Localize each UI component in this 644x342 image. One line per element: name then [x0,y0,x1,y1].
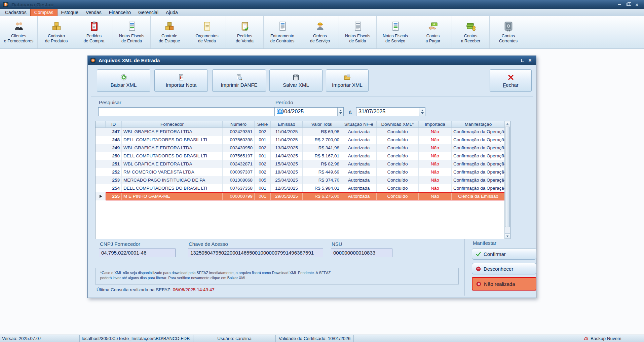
spinner-icon[interactable] [419,108,425,116]
column-header-numero[interactable]: Número [223,121,255,127]
backup-nuvem-button[interactable]: Backup Nuvem [580,335,644,342]
status-bar: Versão: 2025.07.07localhost/3050:C:\Test… [0,335,644,342]
grid-cell-numero: 002430950 [223,144,255,152]
manifest-confirmar-button[interactable]: Confirmar [472,248,536,260]
grid-cell-importada: Não [419,144,452,152]
toolbar-notas-fiscais-de-servico[interactable]: Notas Fiscaisde Serviço [377,16,414,48]
toolbar-label: Pedidos [86,34,102,39]
toolbar-notas-fiscais-de-saida[interactable]: Notas Fiscaisde Saída [339,16,377,48]
grid-cell-valor: R$ 82,98 [303,160,341,168]
minimize-icon[interactable] [615,1,624,7]
column-header-situacao-nf-e[interactable]: Situação NF-e [341,121,377,127]
fechar-button[interactable]: Fechar [490,69,532,92]
period-from-field[interactable]: 09/04/2025 [274,107,344,116]
toolbar-ordens-de-servico[interactable]: Ordensde Serviço [301,16,339,48]
scroll-up-icon[interactable] [505,121,510,126]
menu-item-financeiro[interactable]: Financeiro [105,9,135,16]
toolbar-notas-fiscais-de-entrada[interactable]: Notas Fiscaisde Entrada [113,16,151,48]
print-icon [235,74,243,81]
toolbar-cadastro-de-produtos[interactable]: Cadastrode Produtos [38,16,75,48]
column-header-id[interactable]: ID [106,121,122,127]
chave-label: Chave de Acesso [189,241,228,247]
menu-item-vendas[interactable]: Vendas [82,9,105,16]
grid-cell-numero: 007637358 [223,184,255,192]
column-header-manifestacao[interactable]: Manifestação [452,121,505,127]
vertical-scrollbar[interactable] [504,121,510,239]
column-header-valor-total[interactable]: Valor Total [303,121,341,127]
toolbar-controle-de-estoque[interactable]: Controlede Estoque [151,16,188,48]
scrollbar-thumb[interactable] [505,127,510,227]
grid-cell-fornecedor: WBL GRAFICA E EDITORA LTDA [122,144,223,152]
grid-cell-valor: R$ 5.984,01 [303,184,341,192]
table-row[interactable]: 251WBL GRAFICA E EDITORA LTDA00243287100… [96,160,505,168]
table-row[interactable]: 249WBL GRAFICA E EDITORA LTDA00243095000… [96,144,505,152]
column-header-importada[interactable]: Importada [419,121,452,127]
button-label: Confirmar [484,251,506,257]
safe-icon [503,21,514,32]
backup-label: Backup Nuvem [591,336,621,341]
window-title: Datacaixa Gestão [11,2,53,7]
toolbar-pedidos-de-compra[interactable]: Pedidosde Compra [75,16,113,48]
column-header-fornecedor[interactable]: Fornecedor [122,121,223,127]
grid-cell-emissao: 11/04/2025 [271,136,303,144]
grid-cell-serie: 001 [255,192,271,200]
table-row[interactable]: 250DELL COMPUTADORES DO BRASIL LTI007565… [96,152,505,160]
grid-cell-emissao: 25/04/2025 [271,176,303,184]
table-row[interactable]: 247WBL GRAFICA E EDITORA LTDA00242935100… [96,128,505,136]
cubes-o-icon [164,21,175,32]
table-row[interactable]: 255M E PINHO GAMA-ME00000079900129/05/20… [96,192,505,200]
cnpj-label: CNPJ Fornecedor [100,241,140,247]
toolbar-label: Cadastro [48,34,65,39]
menu-item-cadastros[interactable]: Cadastros [1,9,30,16]
grid-cell-valor: R$ 374,70 [303,176,341,184]
grid-cell-manifestacao: Confirmação da Operação [452,184,505,192]
toolbar-clientes-e-fornecedores[interactable]: Clientese Fornecedores [0,16,38,48]
action-importar-xml-button[interactable]: Importar XML [326,69,369,92]
column-header-emissao[interactable]: Emissão [271,121,303,127]
grid-cell-situacao: Autorizada [341,184,377,192]
action-imprimir-danfe-button[interactable]: Imprimir DANFE [212,69,266,92]
action-baixar-xml-button[interactable]: Baixar XML [97,69,150,92]
dialog-close-icon[interactable]: × [526,58,534,64]
toolbar-orcamentos-de-venda[interactable]: Orçamentosde Venda [188,16,226,48]
column-header-serie[interactable]: Série [255,121,271,127]
action-salvar-xml-button[interactable]: Salvar XML [269,69,323,92]
restore-icon[interactable] [624,1,633,7]
menu-bar: CadastrosComprasEstoqueVendasFinanceiroG… [0,9,644,16]
period-conjunction: à [349,109,351,115]
toolbar-contas-correntes[interactable]: ContasCorrentes [490,16,527,48]
period-to-field[interactable]: 31/07/2025 [356,107,425,116]
doc-plain-icon [277,21,288,32]
status-segment-2: Usuário: carolina [193,335,276,342]
toolbar-faturamento-de-contratos[interactable]: Faturamentode Contratos [264,16,301,48]
menu-item-estoque[interactable]: Estoque [58,9,82,16]
spinner-icon[interactable] [337,108,343,116]
close-icon[interactable]: × [633,1,641,7]
action-importar-nota-button[interactable]: Importar Nota [154,69,208,92]
menu-item-gerencial[interactable]: Gerencial [135,9,162,16]
grid-cell-manifestacao: Ciência da Emissão [452,192,505,200]
manifest-nao-realizada-button[interactable]: Não realizada [472,277,536,291]
menu-item-compras[interactable]: Compras [30,9,58,16]
table-row[interactable]: 252RM COMERCIO VAREJISTA LTDA00009730700… [96,168,505,176]
grid-cell-emissao: 12/05/2025 [271,184,303,192]
table-row[interactable]: 254DELL COMPUTADORES DO BRASIL LTI007637… [96,184,505,192]
import-note-icon [178,74,185,81]
grid-cell-download: Concluído [377,192,419,200]
toolbar-contas-a-receber[interactable]: Contasa Receber [452,16,490,48]
grid-cell-id: 247 [106,128,122,136]
toolbar-label: Controle [161,34,177,39]
toolbar-contas-a-pagar[interactable]: Contasa Pagar [414,16,452,48]
grid-cell-valor: R$ 449,69 [303,168,341,176]
grid-cell-serie: 005 [255,176,271,184]
menu-item-ajuda[interactable]: Ajuda [162,9,182,16]
grid-cell-importada: Não [419,168,452,176]
manifest-desconhecer-button[interactable]: Desconhecer [472,263,536,274]
toolbar-pedidos-de-venda[interactable]: Pedidosde Venda [226,16,264,48]
grid-cell-id: 249 [106,144,122,152]
dialog-maximize-icon[interactable] [519,58,526,64]
table-row[interactable]: 253MERCADO PAGO INSTITUICAO DE PA0013080… [96,176,505,184]
table-row[interactable]: 248DELL COMPUTADORES DO BRASIL LTI007560… [96,136,505,144]
scroll-down-icon[interactable] [505,233,510,239]
column-header-download-xml[interactable]: Download XML* [377,121,419,127]
